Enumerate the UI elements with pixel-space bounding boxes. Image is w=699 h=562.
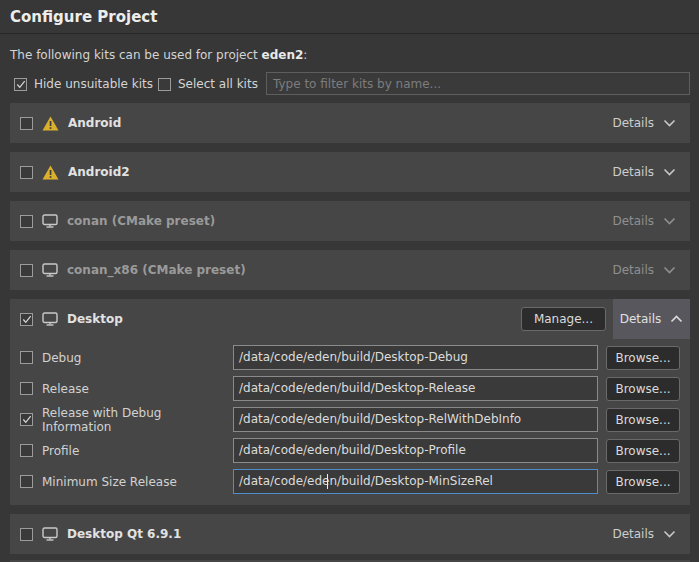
browse-button[interactable]: Browse... [606,439,680,463]
config-label: Release with Debug Information [42,406,225,434]
details-toggle[interactable]: Details [604,152,690,192]
kit-name: Desktop Qt 6.9.1 [67,527,181,541]
config-checkbox[interactable] [20,351,33,364]
build-dir-input-focused[interactable]: /data/code/eden/build/Desktop-MinSizeRel [233,469,598,494]
kit-checkbox[interactable] [20,215,33,228]
hide-unsuitable-label: Hide unsuitable kits [34,77,153,91]
details-label: Details [612,165,654,179]
kit-checkbox[interactable] [20,264,33,277]
kit-name: Android2 [68,165,130,179]
kit-name: Desktop [67,312,123,326]
checkbox-unchecked-icon [158,78,171,91]
chevron-down-icon [663,266,676,274]
details-label: Details [612,527,654,541]
details-label: Details [612,214,654,228]
config-checkbox[interactable] [20,444,33,457]
kit-controls: Hide unsuitable kits Select all kits [14,72,690,96]
select-all-checkbox[interactable]: Select all kits [158,72,258,96]
warning-icon [42,165,59,180]
title-separator [0,33,699,34]
chevron-down-icon [663,168,676,176]
build-dir-value: /data/code/eden/build/Desktop-MinSizeRel [239,474,493,488]
kit-checkbox[interactable] [20,528,33,541]
kit-name: Android [68,116,121,130]
build-config-row-relwithdebinfo: Release with Debug Information /data/cod… [10,407,690,432]
chevron-down-icon [663,217,676,225]
config-checkbox[interactable] [20,475,33,488]
browse-button[interactable]: Browse... [606,408,680,432]
monitor-icon [42,263,58,277]
build-dir-input[interactable]: /data/code/eden/build/Desktop-Profile [233,438,598,463]
kit-checkbox[interactable] [20,166,33,179]
config-label: Profile [42,444,225,458]
build-config-row-minsizerel: Minimum Size Release /data/code/eden/bui… [10,469,690,494]
text-cursor [327,474,328,489]
hide-unsuitable-checkbox[interactable]: Hide unsuitable kits [14,72,153,96]
kit-checkbox[interactable] [20,117,33,130]
build-dir-input[interactable]: /data/code/eden/build/Desktop-Release [233,376,598,401]
kit-row-android2[interactable]: Android2 Details [10,152,690,192]
config-checkbox[interactable] [20,382,33,395]
details-toggle[interactable]: Details [613,299,690,339]
chevron-up-icon [670,315,683,323]
monitor-icon [42,527,58,541]
details-toggle[interactable]: Details [604,250,690,290]
browse-button[interactable]: Browse... [606,470,680,494]
details-toggle[interactable]: Details [604,201,690,241]
page-title: Configure Project [10,8,157,26]
chevron-down-icon [663,119,676,127]
config-checkbox-checked[interactable] [20,413,33,426]
kit-name: conan_x86 (CMake preset) [67,263,246,277]
config-label: Minimum Size Release [42,475,225,489]
details-toggle[interactable]: Details [604,514,690,554]
intro-text: The following kits can be used for proje… [10,48,307,62]
browse-button[interactable]: Browse... [606,377,680,401]
monitor-icon [42,214,58,228]
project-name: eden2 [262,48,304,62]
details-label: Details [612,263,654,277]
config-label: Release [42,382,225,396]
select-all-label: Select all kits [178,77,258,91]
config-label: Debug [42,351,225,365]
browse-button[interactable]: Browse... [606,346,680,370]
build-config-row-profile: Profile /data/code/eden/build/Desktop-Pr… [10,438,690,463]
intro-suffix: : [303,48,307,62]
build-config-row-release: Release /data/code/eden/build/Desktop-Re… [10,376,690,401]
details-toggle[interactable]: Details [604,103,690,143]
kit-section-desktop: Desktop Manage... Details Debug /data/co… [10,299,690,505]
monitor-icon [42,312,58,326]
kit-filter-input[interactable] [266,72,690,95]
kit-row-android[interactable]: Android Details [10,103,690,143]
build-dir-input[interactable]: /data/code/eden/build/Desktop-Debug [233,345,598,370]
warning-icon [42,116,59,131]
kit-row-desktop[interactable]: Desktop Manage... Details [10,299,690,339]
configure-project-panel: Configure Project The following kits can… [0,0,699,562]
kit-name: conan (CMake preset) [67,214,215,228]
checkbox-checked-icon [14,78,27,91]
intro-prefix: The following kits can be used for proje… [10,48,262,62]
manage-kits-button[interactable]: Manage... [521,307,606,331]
build-dir-input[interactable]: /data/code/eden/build/Desktop-RelWithDeb… [233,407,598,432]
build-config-row-debug: Debug /data/code/eden/build/Desktop-Debu… [10,345,690,370]
details-label: Details [620,312,662,326]
chevron-down-icon [663,530,676,538]
kit-checkbox[interactable] [20,313,33,326]
details-label: Details [612,116,654,130]
kit-row-desktop-qt[interactable]: Desktop Qt 6.9.1 Details [10,514,690,554]
kit-row-conan[interactable]: conan (CMake preset) Details [10,201,690,241]
kit-row-conan-x86[interactable]: conan_x86 (CMake preset) Details [10,250,690,290]
